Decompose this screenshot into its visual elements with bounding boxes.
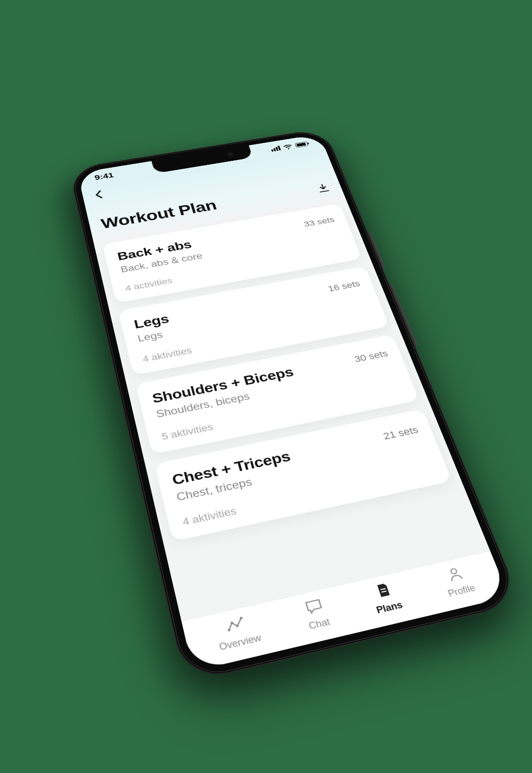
tab-profile[interactable]: Profile	[439, 564, 477, 599]
svg-point-1	[231, 621, 234, 624]
svg-point-0	[228, 628, 231, 631]
workout-title: Chest + Triceps	[171, 448, 292, 489]
tab-chat[interactable]: Chat	[301, 597, 331, 631]
workout-sets: 21 sets	[381, 422, 420, 442]
tab-bar: Overview Chat Plans	[181, 551, 509, 671]
tab-plans[interactable]: Plans	[368, 580, 404, 616]
status-time: 9:41	[94, 171, 114, 182]
chat-icon	[303, 597, 326, 617]
workout-subtitle: Chest, triceps	[175, 466, 297, 504]
cellular-signal-icon	[270, 145, 281, 151]
phone-device-frame: 9:41 Workout Plan	[68, 128, 522, 684]
svg-point-4	[451, 568, 457, 574]
workout-subtitle: Shoulders, biceps	[155, 381, 300, 420]
workout-sets: 30 sets	[352, 346, 390, 364]
workout-sets: 33 sets	[302, 213, 336, 229]
plans-icon	[373, 581, 395, 601]
workout-activities: 4 aktivities	[181, 463, 436, 528]
workout-title: Shoulders + Biceps	[151, 364, 296, 406]
profile-icon	[444, 565, 467, 584]
tab-label: Chat	[307, 616, 331, 631]
workout-card[interactable]: Chest + Triceps Chest, triceps 21 sets 4…	[155, 409, 452, 542]
tab-label: Profile	[446, 583, 477, 599]
workout-sets: 16 sets	[326, 277, 361, 294]
workout-list: Back + abs Back, abs & core 33 sets 4 ac…	[93, 198, 490, 621]
screen: 9:41 Workout Plan	[78, 134, 509, 672]
overview-icon	[225, 615, 247, 636]
workout-activities: 5 aktivities	[160, 384, 404, 442]
tab-overview[interactable]: Overview	[213, 612, 263, 653]
battery-icon	[295, 142, 308, 148]
svg-point-3	[240, 616, 243, 619]
tab-label: Plans	[375, 599, 404, 616]
wifi-icon	[282, 143, 293, 150]
back-icon[interactable]	[94, 189, 106, 201]
svg-point-2	[236, 624, 239, 627]
download-icon[interactable]	[315, 183, 332, 195]
tab-label: Overview	[218, 632, 263, 653]
